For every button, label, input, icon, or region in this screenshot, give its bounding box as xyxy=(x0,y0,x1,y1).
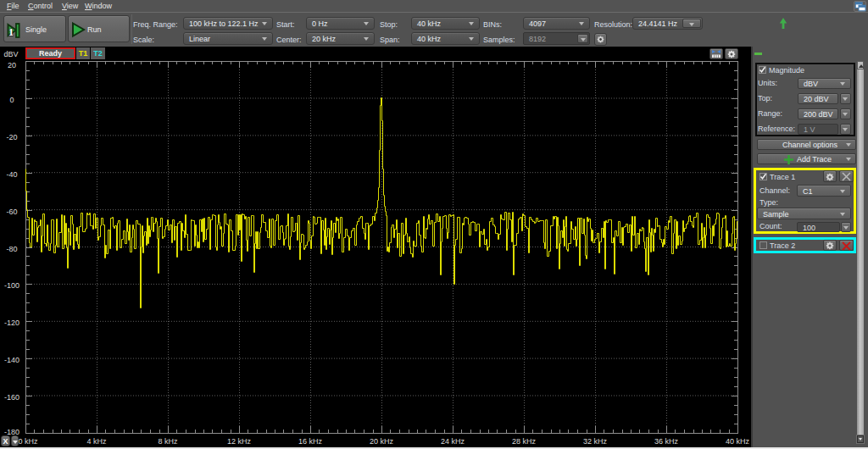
svg-text:36 kHz: 36 kHz xyxy=(654,437,679,446)
svg-text:dBV: dBV xyxy=(3,50,18,58)
svg-text:-80: -80 xyxy=(6,245,17,253)
svg-text:40 kHz: 40 kHz xyxy=(726,437,750,446)
svg-text:0 kHz: 0 kHz xyxy=(18,437,38,446)
svg-text:0: 0 xyxy=(9,96,14,104)
svg-text:-100: -100 xyxy=(4,281,19,290)
svg-text:-120: -120 xyxy=(4,319,19,327)
svg-text:-20: -20 xyxy=(6,133,17,141)
svg-text:24 kHz: 24 kHz xyxy=(441,437,465,446)
svg-text:-60: -60 xyxy=(6,208,17,216)
svg-text:4 kHz: 4 kHz xyxy=(86,437,107,446)
svg-text:32 kHz: 32 kHz xyxy=(583,437,608,446)
svg-text:-40: -40 xyxy=(6,170,17,179)
svg-text:12 kHz: 12 kHz xyxy=(227,437,252,446)
svg-text:20 kHz: 20 kHz xyxy=(370,437,394,446)
svg-text:16 kHz: 16 kHz xyxy=(298,437,323,446)
svg-text:28 kHz: 28 kHz xyxy=(512,437,537,446)
svg-text:20: 20 xyxy=(8,61,16,69)
svg-text:-140: -140 xyxy=(4,356,19,364)
svg-text:8 kHz: 8 kHz xyxy=(158,437,178,446)
svg-text:-160: -160 xyxy=(4,393,19,402)
